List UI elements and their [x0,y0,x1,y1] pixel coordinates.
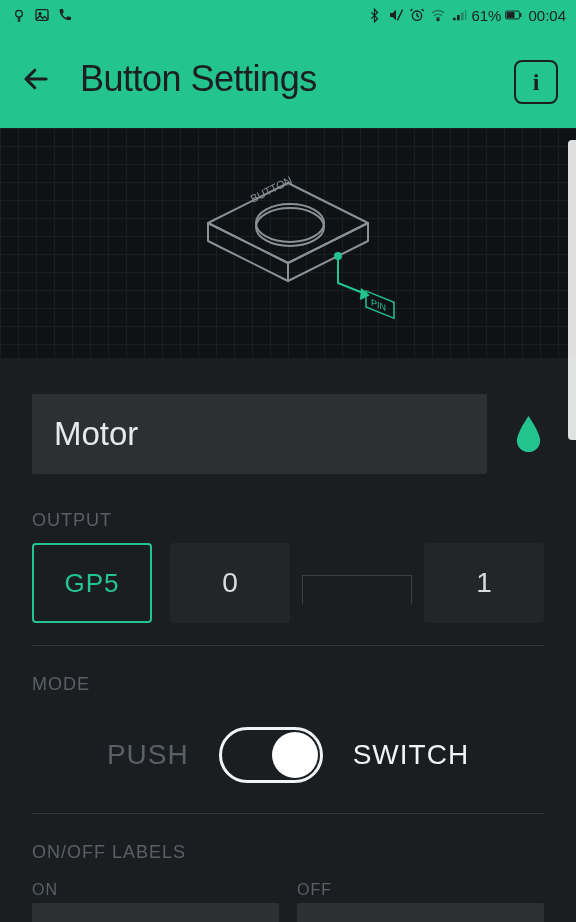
onoff-section-label: ON/OFF LABELS [32,842,544,863]
widget-name-input[interactable] [32,394,487,474]
svg-point-10 [256,204,324,242]
info-button[interactable]: i [514,60,558,104]
svg-line-3 [397,10,402,21]
output-section-label: OUTPUT [32,510,544,531]
svg-point-0 [15,10,22,17]
output-range-track [308,543,406,623]
wifi-icon [429,7,446,24]
output-low-value[interactable]: 0 [170,543,290,623]
divider [32,645,544,646]
alarm-icon [408,7,425,24]
mode-switch-label: SWITCH [353,739,469,771]
mute-icon [387,7,404,24]
svg-point-9 [256,208,324,246]
phone-icon [56,7,73,24]
svg-point-5 [437,19,439,21]
app-bar: Button Settings i [0,30,576,128]
on-label-input[interactable] [32,903,279,922]
image-icon [33,7,50,24]
battery-icon [505,7,522,24]
info-icon: i [533,69,540,96]
mode-section-label: MODE [32,674,544,695]
off-label-input[interactable] [297,903,544,922]
mode-toggle[interactable] [219,727,323,783]
diagram-button-label: BUTTON [248,174,294,205]
color-picker-button[interactable] [513,404,544,464]
divider [32,813,544,814]
svg-rect-7 [507,12,515,18]
svg-rect-8 [520,13,521,17]
battery-pct: 61% [471,7,501,24]
bulb-icon [10,7,27,24]
on-sublabel: ON [32,881,279,899]
scroll-indicator[interactable] [568,140,576,440]
page-title: Button Settings [80,58,317,100]
bluetooth-icon [366,7,383,24]
svg-point-2 [39,13,41,15]
clock-text: 00:04 [528,7,566,24]
output-high-value[interactable]: 1 [424,543,544,623]
status-bar: 61% 00:04 [0,0,576,30]
signal-icon [450,7,467,24]
output-pin-selector[interactable]: GP5 [32,543,152,623]
svg-point-11 [335,253,341,259]
back-button[interactable] [20,63,52,95]
toggle-knob [272,732,318,778]
mode-push-label: PUSH [107,739,189,771]
off-sublabel: OFF [297,881,544,899]
button-diagram: BUTTON PIN [0,128,576,358]
